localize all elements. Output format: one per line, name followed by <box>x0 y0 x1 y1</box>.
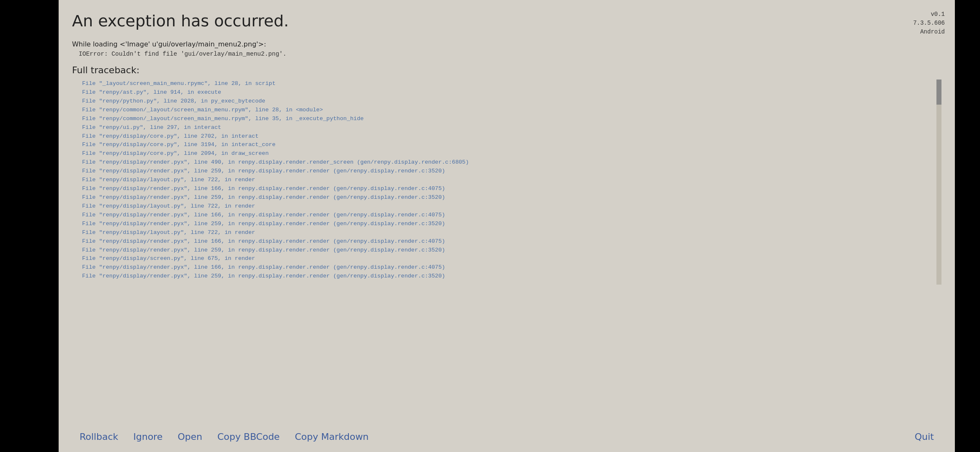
traceback-line: File "renpy/display/core.py", line 2702,… <box>72 132 941 141</box>
open-button[interactable]: Open <box>170 428 210 445</box>
rollback-button[interactable]: Rollback <box>72 428 126 445</box>
traceback-line: File "_layout/screen_main_menu.rpymc", l… <box>72 80 941 88</box>
traceback-title: Full traceback: <box>72 65 941 75</box>
traceback-container: File "_layout/screen_main_menu.rpymc", l… <box>72 80 941 285</box>
main-window: v0.1 7.3.5.606 Android An exception has … <box>59 0 955 452</box>
copy-markdown-button[interactable]: Copy Markdown <box>287 428 376 445</box>
traceback-line: File "renpy/python.py", line 2028, in py… <box>72 97 941 106</box>
ignore-button[interactable]: Ignore <box>126 428 170 445</box>
version-info: v0.1 7.3.5.606 Android <box>913 10 945 36</box>
version-line2: 7.3.5.606 <box>913 19 945 28</box>
traceback-line: File "renpy/display/render.pyx", line 16… <box>72 185 941 193</box>
while-loading-label: While loading <'Image' u'gui/overlay/mai… <box>72 40 941 48</box>
traceback-line: File "renpy/display/render.pyx", line 25… <box>72 246 941 255</box>
traceback-line: File "renpy/display/screen.py", line 675… <box>72 254 941 263</box>
scrollbar-thumb[interactable] <box>936 80 941 105</box>
traceback-line: File "renpy/display/layout.py", line 722… <box>72 176 941 185</box>
traceback-line: File "renpy/ast.py", line 914, in execut… <box>72 88 941 97</box>
scrollbar[interactable] <box>936 80 941 285</box>
traceback-line: File "renpy/common/_layout/screen_main_m… <box>72 115 941 123</box>
traceback-line: File "renpy/display/render.pyx", line 25… <box>72 220 941 229</box>
traceback-line: File "renpy/display/render.pyx", line 16… <box>72 211 941 220</box>
traceback-line: File "renpy/display/core.py", line 3194,… <box>72 141 941 149</box>
traceback-line: File "renpy/display/render.pyx", line 16… <box>72 237 941 246</box>
traceback-line: File "renpy/ui.py", line 297, in interac… <box>72 123 941 132</box>
traceback-line: File "renpy/display/render.pyx", line 25… <box>72 193 941 202</box>
right-border <box>955 0 980 452</box>
traceback-line: File "renpy/display/render.pyx", line 25… <box>72 272 941 281</box>
traceback-line: File "renpy/display/render.pyx", line 16… <box>72 263 941 272</box>
traceback-line: File "renpy/display/render.pyx", line 49… <box>72 158 941 167</box>
traceback-line: File "renpy/display/layout.py", line 722… <box>72 229 941 237</box>
version-line3: Android <box>913 28 945 36</box>
content-area: v0.1 7.3.5.606 Android An exception has … <box>59 0 955 421</box>
traceback-line: File "renpy/display/layout.py", line 722… <box>72 202 941 211</box>
left-border <box>0 0 59 452</box>
traceback-line: File "renpy/display/render.pyx", line 25… <box>72 167 941 176</box>
copy-bbcode-button[interactable]: Copy BBCode <box>210 428 287 445</box>
traceback-line: File "renpy/display/core.py", line 2094,… <box>72 149 941 158</box>
quit-button[interactable]: Quit <box>907 428 941 445</box>
traceback-line: File "renpy/common/_layout/screen_main_m… <box>72 106 941 115</box>
traceback-lines: File "_layout/screen_main_menu.rpymc", l… <box>72 80 941 281</box>
footer: Rollback Ignore Open Copy BBCode Copy Ma… <box>59 421 955 452</box>
exception-title: An exception has occurred. <box>72 12 941 30</box>
version-line1: v0.1 <box>913 10 945 19</box>
error-message: IOError: Couldn't find file 'gui/overlay… <box>79 51 941 57</box>
